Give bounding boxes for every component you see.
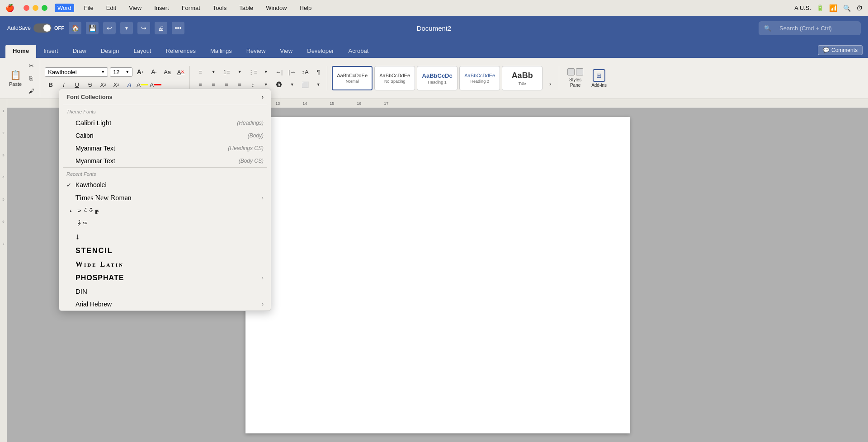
tab-home[interactable]: Home	[5, 45, 36, 58]
close-button[interactable]	[24, 5, 29, 11]
font-item-nioha[interactable]: နိုဟာ	[59, 217, 271, 229]
menu-edit[interactable]: Edit	[104, 4, 119, 12]
font-selector[interactable]: Kawthoolei ▼	[45, 67, 108, 77]
style-normal-preview: AaBbCcDdEe	[337, 73, 368, 78]
tab-acrobat[interactable]: Acrobat	[341, 45, 376, 58]
numbering-btn[interactable]: 1≡	[221, 66, 232, 78]
tab-references[interactable]: References	[159, 45, 203, 58]
comments-button[interactable]: 💬 Comments	[818, 45, 863, 55]
tab-insert[interactable]: Insert	[36, 45, 66, 58]
paste-button[interactable]: 📋 Paste	[6, 66, 24, 90]
font-item-calibri[interactable]: Calibri (Body)	[59, 129, 271, 142]
decrease-font-btn[interactable]: A-	[148, 66, 160, 78]
font-item-zawng[interactable]: ဇောင်ဇိဖူ	[59, 205, 271, 217]
more-btn[interactable]: •••	[172, 22, 184, 34]
borders-btn[interactable]: ⬜	[299, 79, 311, 90]
menu-format[interactable]: Format	[179, 4, 203, 12]
font-item-wide-latin[interactable]: Wide Latin	[59, 258, 271, 271]
tab-layout[interactable]: Layout	[126, 45, 158, 58]
apple-icon[interactable]: 🍎	[5, 4, 14, 12]
clear-format-btn[interactable]: A✕	[175, 66, 187, 78]
font-item-arrow[interactable]: ↓	[59, 229, 271, 244]
increase-indent-btn[interactable]: |→	[286, 66, 298, 78]
change-case-btn[interactable]: Aa	[161, 66, 173, 78]
bullets-btn[interactable]: ≡	[194, 66, 206, 78]
menu-tools[interactable]: Tools	[210, 4, 229, 12]
menu-insert[interactable]: Insert	[151, 4, 172, 12]
print-btn[interactable]: 🖨	[155, 22, 167, 34]
tab-design[interactable]: Design	[94, 45, 126, 58]
style-no-spacing[interactable]: AaBbCcDdEe No Spacing	[374, 66, 415, 90]
styles-pane-button[interactable]: StylesPane	[564, 66, 587, 90]
font-item-stencil[interactable]: STENCIL	[59, 244, 271, 258]
font-item-times-new-roman[interactable]: Times New Roman ›	[59, 191, 271, 205]
style-heading2[interactable]: AaBbCcDdEe Heading 2	[459, 66, 500, 90]
titlebar-right: 🔍	[759, 21, 861, 35]
bullets-dropdown-btn[interactable]: ▼	[208, 66, 219, 78]
search-icon[interactable]: 🔍	[843, 5, 851, 12]
font-collections-header[interactable]: Font Collections ›	[59, 89, 271, 105]
style-nospacing-preview: AaBbCcDdEe	[379, 73, 410, 78]
save-btn[interactable]: 💾	[86, 22, 99, 34]
format-painter-button[interactable]: 🖌	[25, 85, 37, 97]
style-title-preview: AaBb	[512, 71, 533, 80]
menu-file[interactable]: File	[81, 4, 96, 12]
style-title-label: Title	[519, 81, 526, 86]
font-item-din[interactable]: DIN	[59, 285, 271, 298]
style-normal[interactable]: AaBbCcDdEe Normal	[332, 66, 373, 90]
toggle-state-label: OFF	[54, 25, 64, 31]
font-item-myanmar-text-body[interactable]: Myanmar Text (Body CS)	[59, 155, 271, 167]
increase-font-btn[interactable]: A+	[134, 66, 146, 78]
comment-icon: 💬	[823, 47, 830, 53]
numbering-dropdown-btn[interactable]: ▼	[234, 66, 245, 78]
submenu-arrow-arial-hebrew: ›	[262, 301, 264, 307]
minimize-button[interactable]	[33, 5, 38, 11]
cut-button[interactable]: ✂	[25, 60, 37, 71]
style-normal-label: Normal	[346, 79, 359, 84]
menu-word[interactable]: Word	[55, 4, 74, 12]
sort-btn[interactable]: ↕A	[299, 66, 311, 78]
tab-review[interactable]: Review	[239, 45, 273, 58]
bold-btn[interactable]: B	[45, 79, 57, 90]
menu-view[interactable]: View	[126, 4, 144, 12]
shading-dropdown-btn[interactable]: ▼	[286, 79, 298, 90]
redo-btn[interactable]: ↪	[137, 22, 150, 34]
copy-button[interactable]: ⎘	[25, 72, 37, 84]
font-item-kawthoolei[interactable]: ✓ Kawthoolei	[59, 179, 271, 191]
font-name-myanmar-headings: Myanmar Text	[75, 145, 228, 152]
tab-mailings[interactable]: Mailings	[203, 45, 239, 58]
menu-table[interactable]: Table	[236, 4, 256, 12]
tab-view[interactable]: View	[273, 45, 300, 58]
font-item-phosphate[interactable]: PHOSPHATE ›	[59, 271, 271, 285]
undo-btn[interactable]: ↩	[103, 22, 116, 34]
show-para-btn[interactable]: ¶	[312, 66, 324, 78]
add-ins-label: Add-ins	[591, 83, 607, 88]
borders-dropdown-btn[interactable]: ▼	[312, 79, 324, 90]
shading-btn[interactable]: 🅐	[273, 79, 285, 90]
tab-draw[interactable]: Draw	[66, 45, 94, 58]
font-size-selector[interactable]: 12 ▼	[110, 67, 132, 77]
tab-developer[interactable]: Developer	[300, 45, 341, 58]
search-input[interactable]	[774, 23, 855, 33]
submenu-arrow-phosphate: ›	[262, 275, 264, 281]
font-item-myanmar-text-headings[interactable]: Myanmar Text (Headings CS)	[59, 142, 271, 155]
document-page[interactable]	[245, 117, 630, 433]
font-item-arial-hebrew[interactable]: Arial Hebrew ›	[59, 298, 271, 310]
font-tag-calibri-light: (Headings)	[237, 120, 264, 126]
style-heading1[interactable]: AaBbCcDc Heading 1	[417, 66, 458, 90]
font-name-calibri-light: Calibri Light	[75, 119, 237, 127]
undo-dropdown-btn[interactable]: ▼	[120, 22, 133, 34]
styles-more-btn[interactable]: ›	[544, 78, 556, 89]
fullscreen-button[interactable]	[42, 5, 47, 11]
autosave-toggle[interactable]	[33, 24, 52, 33]
style-title[interactable]: AaBb Title	[502, 66, 542, 90]
add-ins-button[interactable]: ⊞ Add-ins	[588, 67, 610, 89]
menu-help[interactable]: Help	[297, 4, 315, 12]
multilevel-dropdown-btn[interactable]: ▼	[260, 66, 272, 78]
decrease-indent-btn[interactable]: ←|	[273, 66, 285, 78]
control-center-icon[interactable]: ⏱	[856, 5, 863, 12]
home-btn[interactable]: 🏠	[69, 22, 81, 34]
menu-window[interactable]: Window	[263, 4, 289, 12]
multilevel-btn[interactable]: ⋮≡	[247, 66, 259, 78]
font-item-calibri-light[interactable]: Calibri Light (Headings)	[59, 116, 271, 129]
